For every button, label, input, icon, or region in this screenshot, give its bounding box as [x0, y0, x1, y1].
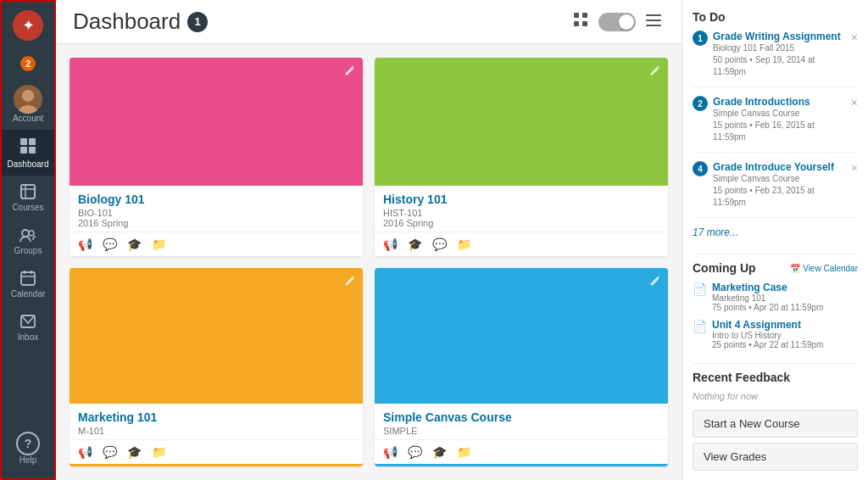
course-card-hist101[interactable]: History 101 HIST-101 2016 Spring 📢 🎓 💬 📁 [375, 58, 668, 256]
grid-view-button[interactable] [570, 8, 592, 35]
discussion-icon-s[interactable]: 💬 [408, 445, 422, 459]
divider-2 [693, 363, 858, 364]
card-title-simple[interactable]: Simple Canvas Course [383, 410, 659, 424]
edit-icon-simple[interactable] [649, 275, 661, 290]
svg-rect-7 [21, 185, 35, 198]
calendar-icon [19, 269, 37, 289]
discussion-icon-h[interactable]: 💬 [432, 237, 447, 251]
todo-title-2[interactable]: Grade Introductions [713, 96, 846, 108]
svg-point-10 [22, 230, 29, 237]
announcement-icon[interactable]: 📢 [78, 237, 92, 251]
todo-close-1[interactable]: × [851, 31, 858, 44]
view-toggle[interactable] [598, 13, 636, 31]
card-title-hist101[interactable]: History 101 [383, 193, 659, 206]
files-icon-s[interactable]: 📁 [457, 445, 471, 459]
coming-course-2: Intro to US History [712, 331, 823, 340]
grades-icon-s[interactable]: 🎓 [432, 445, 447, 459]
grades-icon[interactable]: 🎓 [127, 237, 142, 251]
todo-detail-4: 15 points • Feb 23, 2015 at 11:59pm [713, 185, 846, 209]
page-title: Dashboard [73, 8, 181, 35]
svg-rect-5 [20, 147, 27, 153]
todo-number-2: 2 [693, 96, 708, 111]
card-image-mkt101 [70, 268, 363, 404]
announcement-icon-s[interactable]: 📢 [383, 445, 398, 459]
more-link[interactable]: 17 more... [693, 226, 858, 238]
svg-point-1 [22, 90, 34, 102]
course-card-simple[interactable]: Simple Canvas Course SIMPLE 📢 💬 🎓 📁 [375, 268, 668, 466]
edit-icon-bio101[interactable] [344, 64, 356, 80]
sidebar-item-calendar[interactable]: Calendar [2, 262, 54, 305]
card-info-hist101: History 101 HIST-101 2016 Spring [375, 186, 668, 232]
sidebar-item-label-account: Account [13, 114, 43, 123]
todo-title-4[interactable]: Grade Introduce Yourself [713, 161, 846, 173]
coming-content-2: Unit 4 Assignment Intro to US History 25… [712, 319, 823, 349]
edit-icon-hist101[interactable] [649, 64, 661, 80]
card-title-mkt101[interactable]: Marketing 101 [78, 410, 354, 424]
svg-rect-23 [646, 25, 661, 26]
svg-rect-6 [29, 147, 36, 153]
todo-number-1: 1 [693, 31, 708, 46]
card-code-simple: SIMPLE [383, 426, 659, 436]
sidebar-item-courses[interactable]: Courses [2, 176, 54, 219]
card-actions-bio101: 📢 💬 🎓 📁 [70, 232, 363, 256]
coming-up-header: Coming Up 📅 View Calendar [693, 261, 858, 275]
announcement-icon-h[interactable]: 📢 [383, 237, 398, 251]
courses-grid: Biology 101 BIO-101 2016 Spring 📢 💬 🎓 📁 [56, 44, 682, 480]
course-card-mkt101[interactable]: Marketing 101 M-101 📢 💬 🎓 📁 [70, 268, 363, 466]
todo-item-2: 2 Grade Introductions Simple Canvas Cour… [693, 96, 858, 153]
announcement-icon-m[interactable]: 📢 [78, 445, 92, 459]
calendar-small-icon: 📅 [790, 264, 800, 273]
sidebar-item-account[interactable]: Account [2, 78, 54, 130]
sidebar-item-label-dashboard: Dashboard [8, 159, 49, 169]
coming-content-1: Marketing Case Marketing 101 75 points •… [712, 282, 823, 312]
main-content: Dashboard 1 [56, 0, 682, 480]
todo-detail-1: 50 points • Sep 19, 2014 at 11:59pm [713, 54, 846, 78]
files-icon-h[interactable]: 📁 [457, 237, 471, 251]
todo-title-1[interactable]: Grade Writing Assignment [713, 31, 846, 42]
todo-title: To Do [693, 10, 858, 24]
coming-title-1[interactable]: Marketing Case [712, 282, 823, 293]
files-icon-m[interactable]: 📁 [152, 445, 166, 459]
svg-rect-4 [29, 138, 36, 145]
todo-content-4: Grade Introduce Yourself Simple Canvas C… [713, 161, 846, 209]
header: Dashboard 1 [56, 0, 682, 44]
coming-item-1: 📄 Marketing Case Marketing 101 75 points… [693, 282, 858, 312]
svg-rect-19 [574, 21, 579, 26]
header-title-area: Dashboard 1 [73, 8, 208, 35]
files-icon[interactable]: 📁 [152, 237, 166, 251]
card-info-mkt101: Marketing 101 M-101 [70, 404, 363, 439]
grades-icon-h[interactable]: 🎓 [408, 237, 422, 251]
start-new-course-button[interactable]: Start a New Course [693, 410, 858, 438]
sidebar-item-help[interactable]: ? Help [2, 425, 54, 472]
card-info-simple: Simple Canvas Course SIMPLE [375, 404, 668, 439]
todo-number-4: 4 [693, 161, 708, 176]
feedback-empty: Nothing for now [693, 391, 858, 401]
todo-course-1: Biology 101 Fall 2015 [713, 42, 846, 54]
coming-icon-1: 📄 [693, 282, 707, 312]
grades-icon-m[interactable]: 🎓 [127, 445, 142, 459]
sidebar-item-groups[interactable]: Groups [2, 219, 54, 262]
edit-icon-mkt101[interactable] [344, 275, 356, 290]
coming-detail-2: 25 points • Apr 22 at 11:59pm [712, 340, 823, 349]
sidebar-item-logo[interactable]: ✦ [2, 2, 54, 49]
card-title-bio101[interactable]: Biology 101 [78, 193, 354, 206]
card-image-bio101 [70, 58, 363, 186]
card-code-bio101: BIO-101 [78, 208, 354, 218]
todo-close-4[interactable]: × [851, 161, 858, 175]
card-actions-mkt101: 📢 💬 🎓 📁 [70, 439, 363, 464]
course-card-bio101[interactable]: Biology 101 BIO-101 2016 Spring 📢 💬 🎓 📁 [70, 58, 363, 256]
todo-close-2[interactable]: × [851, 96, 858, 109]
view-calendar-link[interactable]: 📅 View Calendar [790, 264, 858, 273]
dashboard-icon [19, 137, 37, 159]
divider-1 [693, 254, 858, 254]
menu-button[interactable] [643, 9, 665, 34]
toggle-knob [619, 14, 634, 30]
discussion-icon-m[interactable]: 💬 [103, 445, 117, 459]
coming-title-2[interactable]: Unit 4 Assignment [712, 319, 823, 331]
sidebar-item-dashboard[interactable]: Dashboard [2, 130, 54, 176]
view-grades-button[interactable]: View Grades [693, 443, 858, 471]
sidebar-item-notifications[interactable]: 2 [2, 49, 54, 78]
discussion-icon[interactable]: 💬 [103, 237, 117, 251]
logo-icon: ✦ [13, 10, 43, 41]
sidebar-item-inbox[interactable]: Inbox [2, 305, 54, 349]
